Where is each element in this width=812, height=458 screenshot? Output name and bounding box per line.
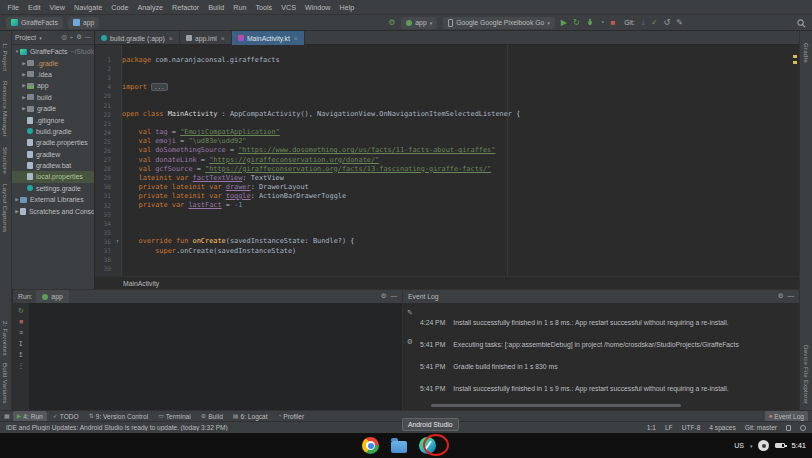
apply-changes-button[interactable]: ↻ bbox=[573, 19, 580, 27]
code-line[interactable]: 32 private var lastFact = -1 bbox=[95, 201, 799, 210]
tool-stripe-1-project[interactable]: 1: Project bbox=[2, 43, 9, 71]
code-line[interactable]: 3 bbox=[95, 73, 799, 82]
tool-window-button-profiler[interactable]: ◔Profiler bbox=[274, 411, 309, 422]
menu-edit[interactable]: Edit bbox=[24, 3, 45, 12]
status-git-master[interactable]: Git: master bbox=[745, 424, 777, 431]
project-chip[interactable]: GiraffeFacts bbox=[6, 17, 63, 29]
code-line[interactable]: 31 private lateinit var toggle: ActionBa… bbox=[95, 191, 799, 200]
code-line[interactable]: 26 val doSomethingSource = "https://www.… bbox=[95, 146, 799, 155]
menu-help[interactable]: Help bbox=[335, 3, 359, 12]
tool-stripe-layout-captures[interactable]: Layout Captures bbox=[2, 184, 9, 232]
hide-panel-button[interactable]: — bbox=[788, 293, 795, 300]
status-message[interactable]: IDE and Plugin Updates: Android Studio i… bbox=[6, 424, 638, 431]
tool-window-button-9-version-control[interactable]: ⇅9: Version Control bbox=[85, 411, 152, 422]
project-tree[interactable]: ▼GiraffeFacts~/StudioPro▶.gradle▶.idea▶a… bbox=[12, 45, 95, 289]
tool-window-button-terminal[interactable]: ▭Terminal bbox=[154, 411, 195, 422]
keyboard-layout-indicator[interactable]: US bbox=[734, 442, 744, 449]
code-line[interactable]: 33 bbox=[95, 210, 799, 219]
menu-navigate[interactable]: Navigate bbox=[69, 3, 106, 12]
rerun-icon[interactable]: ↻ bbox=[18, 307, 24, 314]
project-tree-item-local-properties[interactable]: local.properties bbox=[12, 171, 94, 182]
project-tree-item-build[interactable]: ▶build bbox=[12, 92, 94, 103]
tool-stripe-device-file-explorer[interactable]: Device File Explorer bbox=[803, 345, 810, 404]
tool-window-button-todo[interactable]: ✓TODO bbox=[49, 411, 83, 422]
up-icon[interactable]: ↥ bbox=[18, 351, 24, 358]
settings-icon[interactable]: ⚙ bbox=[778, 293, 784, 300]
tool-window-button-6-logcat[interactable]: ▤6: Logcat bbox=[229, 411, 272, 422]
more-icon[interactable]: ⋮ bbox=[18, 362, 25, 369]
lock-icon[interactable] bbox=[786, 425, 791, 431]
project-tree-item-gradle-properties[interactable]: gradle.properties bbox=[12, 137, 94, 148]
project-tree-item-build-gradle[interactable]: build.gradle bbox=[12, 126, 94, 137]
code-line[interactable]: 20 bbox=[95, 91, 799, 100]
code-line[interactable]: 1package com.naranjaconsal.giraffefacts bbox=[95, 55, 799, 64]
code-line[interactable]: 39 bbox=[95, 264, 799, 273]
project-tree-item-idea[interactable]: ▶.idea bbox=[12, 69, 94, 80]
code-line[interactable]: 23 bbox=[95, 119, 799, 128]
run-tab-app[interactable]: app bbox=[36, 290, 68, 303]
git-commit-button[interactable]: ✓ bbox=[651, 19, 658, 27]
git-edit-button[interactable]: ✎ bbox=[676, 19, 683, 27]
code-line[interactable]: 30 private lateinit var drawer: DrawerLa… bbox=[95, 182, 799, 191]
menu-vcs[interactable]: VCS bbox=[277, 3, 301, 12]
battery-icon[interactable] bbox=[775, 443, 785, 448]
collapse-all-button[interactable]: ÷ bbox=[70, 34, 73, 40]
tool-stripe-gradle[interactable]: Gradle bbox=[803, 43, 810, 63]
build-hammer-icon[interactable]: ⚙ bbox=[388, 19, 395, 27]
project-tree-item-gitignore[interactable]: .gitignore bbox=[12, 114, 94, 125]
edit-icon[interactable]: ✎ bbox=[407, 309, 413, 316]
project-tree-item-scratches-and-consoles[interactable]: ▶Scratches and Consoles bbox=[12, 205, 94, 216]
menu-build[interactable]: Build bbox=[204, 3, 229, 12]
status-utf-8[interactable]: UTF-8 bbox=[682, 424, 701, 431]
status-4-spaces[interactable]: 4 spaces bbox=[709, 424, 735, 431]
search-everywhere-button[interactable] bbox=[797, 14, 806, 32]
project-tree-item-settings-gradle[interactable]: settings.gradle bbox=[12, 183, 94, 194]
select-opened-file-button[interactable]: ◎ bbox=[61, 34, 66, 40]
editor-tab-build-gradle[interactable]: build.gradle (:app) × bbox=[95, 31, 180, 45]
notifications-icon[interactable] bbox=[800, 425, 806, 431]
tool-window-button-build[interactable]: ⚙Build bbox=[197, 411, 227, 422]
project-tree-item-gradlew[interactable]: gradlew bbox=[12, 149, 94, 160]
stop-icon[interactable]: ■ bbox=[19, 318, 23, 325]
hide-panel-button[interactable]: — bbox=[391, 293, 398, 300]
code-line[interactable]: 24 val tag = "EmojiCompatApplication" bbox=[95, 128, 799, 137]
project-tree-item-gradle[interactable]: ▶gradle bbox=[12, 103, 94, 114]
git-rollback-button[interactable]: ↺ bbox=[664, 19, 671, 27]
code-line[interactable]: 28 val gcfSource = "https://giraffeconse… bbox=[95, 164, 799, 173]
profiler-button[interactable]: ◔ bbox=[600, 19, 605, 27]
breadcrumb-item[interactable]: MainActivity bbox=[123, 280, 159, 287]
menu-icon[interactable]: ≡ bbox=[19, 329, 23, 336]
run-config-selector[interactable]: app ▾ bbox=[401, 17, 437, 29]
project-tree-item-external-libraries[interactable]: ▶External Libraries bbox=[12, 194, 94, 205]
tool-stripe-2-favorites[interactable]: 2: Favorites bbox=[2, 321, 9, 356]
code-line[interactable]: 2 bbox=[95, 64, 799, 73]
code-line[interactable]: 37 super.onCreate(savedInstanceState) bbox=[95, 246, 799, 255]
git-update-button[interactable]: ↓ bbox=[641, 19, 645, 27]
clock[interactable]: 5:41 bbox=[791, 441, 806, 450]
code-line[interactable]: 22open class MainActivity : AppCompatAct… bbox=[95, 110, 799, 119]
file-manager-icon[interactable] bbox=[391, 441, 407, 453]
menu-run[interactable]: Run bbox=[229, 3, 251, 12]
menu-analyze[interactable]: Analyze bbox=[133, 3, 168, 12]
editor-tab-mainactivity[interactable]: MainActivity.kt × bbox=[232, 31, 305, 45]
menu-file[interactable]: File bbox=[3, 3, 24, 12]
settings-icon[interactable]: ⚙ bbox=[381, 293, 387, 300]
code-line[interactable]: 36↑ override fun onCreate(savedInstanceS… bbox=[95, 237, 799, 246]
code-line[interactable]: 27 val donateLink = "https://giraffecons… bbox=[95, 155, 799, 164]
gear-icon[interactable]: ⚙ bbox=[407, 338, 413, 345]
code-line[interactable]: 21 bbox=[95, 100, 799, 109]
status-1-1[interactable]: 1:1 bbox=[647, 424, 656, 431]
menu-window[interactable]: Window bbox=[300, 3, 335, 12]
gutter-icon[interactable]: ↑ bbox=[113, 239, 122, 245]
debug-button[interactable] bbox=[586, 18, 594, 28]
window-icon[interactable]: ▦ bbox=[4, 413, 10, 419]
tool-window-button-4-run[interactable]: ▶4: Run bbox=[13, 411, 47, 422]
code-line[interactable]: 4import ... bbox=[95, 82, 799, 91]
settings-icon[interactable]: ⚙ bbox=[76, 34, 82, 40]
close-icon[interactable]: × bbox=[294, 35, 298, 42]
close-icon[interactable]: × bbox=[221, 35, 225, 42]
hide-panel-button[interactable]: — bbox=[85, 34, 91, 40]
device-selector[interactable]: Google Google Pixelbook Go ▾ bbox=[443, 17, 555, 29]
close-icon[interactable]: × bbox=[169, 35, 173, 42]
code-line[interactable]: 34 bbox=[95, 219, 799, 228]
